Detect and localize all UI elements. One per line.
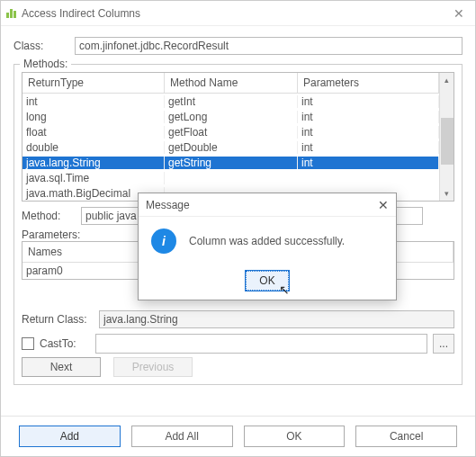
methods-table: ReturnType Method Name Parameters intget… bbox=[22, 72, 454, 202]
methods-legend: Methods: bbox=[20, 58, 71, 70]
table-cell: java.sql.Time bbox=[22, 172, 165, 184]
info-icon: i bbox=[151, 228, 176, 254]
table-row[interactable]: floatgetFloatint bbox=[22, 124, 439, 139]
table-row[interactable]: intgetIntint bbox=[22, 94, 439, 109]
table-cell: getFloat bbox=[165, 126, 298, 139]
table-cell: getDouble bbox=[165, 141, 298, 154]
class-input[interactable] bbox=[75, 37, 463, 55]
table-row[interactable]: java.sql.Time bbox=[22, 170, 439, 185]
message-text: Column was added successfully. bbox=[189, 235, 345, 247]
table-cell: int bbox=[298, 141, 439, 154]
table-cell: int bbox=[298, 95, 439, 108]
scroll-thumb[interactable] bbox=[441, 118, 454, 165]
table-cell: int bbox=[298, 126, 439, 139]
return-class-input bbox=[99, 310, 454, 328]
footer-buttons: Add Add All OK Cancel bbox=[1, 416, 475, 456]
table-cell: int bbox=[22, 95, 165, 108]
titlebar: Access Indirect Columns ✕ bbox=[1, 1, 475, 26]
col-returntype[interactable]: ReturnType bbox=[22, 73, 165, 94]
return-class-label: Return Class: bbox=[22, 313, 92, 326]
col-parameters[interactable]: Parameters bbox=[298, 73, 439, 94]
table-cell: double bbox=[22, 141, 165, 154]
table-row[interactable]: doublegetDoubleint bbox=[22, 139, 439, 155]
class-label: Class: bbox=[13, 40, 67, 52]
message-ok-button[interactable]: OK ↖ bbox=[246, 271, 289, 291]
table-cell: float bbox=[22, 126, 165, 139]
browse-button[interactable]: ... bbox=[433, 334, 454, 354]
table-cell: int bbox=[298, 157, 439, 169]
main-window: Access Indirect Columns ✕ Class: Methods… bbox=[0, 0, 476, 457]
previous-button: Previous bbox=[113, 357, 193, 377]
table-cell: getString bbox=[165, 157, 298, 169]
col-methodname[interactable]: Method Name bbox=[165, 73, 298, 94]
cursor-icon: ↖ bbox=[279, 282, 290, 297]
message-dialog: Message ✕ i Column was added successfull… bbox=[138, 193, 397, 300]
table-cell: long bbox=[22, 111, 165, 123]
add-all-button[interactable]: Add All bbox=[131, 426, 233, 447]
content-area: Class: Methods: ReturnType Method Name P… bbox=[1, 26, 475, 416]
castto-combo[interactable] bbox=[95, 334, 427, 354]
message-title: Message bbox=[146, 199, 190, 211]
close-icon[interactable]: ✕ bbox=[448, 6, 470, 21]
table-cell: getInt bbox=[165, 95, 298, 108]
ok-button[interactable]: OK bbox=[244, 426, 346, 447]
scroll-up-icon[interactable]: ▴ bbox=[440, 73, 454, 87]
add-button[interactable]: Add bbox=[19, 426, 121, 447]
table-cell: getLong bbox=[165, 111, 298, 123]
window-title: Access Indirect Columns bbox=[22, 7, 140, 20]
table-cell: int bbox=[298, 111, 439, 123]
table-row[interactable]: longgetLongint bbox=[22, 109, 439, 124]
table-row[interactable]: java.lang.StringgetStringint bbox=[22, 155, 439, 170]
castto-checkbox[interactable] bbox=[22, 337, 34, 350]
message-close-icon[interactable]: ✕ bbox=[378, 198, 389, 212]
scroll-down-icon[interactable]: ▾ bbox=[440, 186, 454, 201]
cancel-button[interactable]: Cancel bbox=[355, 426, 457, 447]
method-label: Method: bbox=[22, 210, 76, 222]
next-button[interactable]: Next bbox=[22, 357, 101, 377]
methods-scrollbar[interactable]: ▴ ▾ bbox=[439, 73, 454, 201]
table-cell: java.lang.String bbox=[22, 157, 165, 169]
castto-label: CastTo: bbox=[40, 337, 90, 350]
message-ok-label: OK bbox=[259, 274, 274, 287]
app-bars-icon bbox=[6, 9, 16, 18]
